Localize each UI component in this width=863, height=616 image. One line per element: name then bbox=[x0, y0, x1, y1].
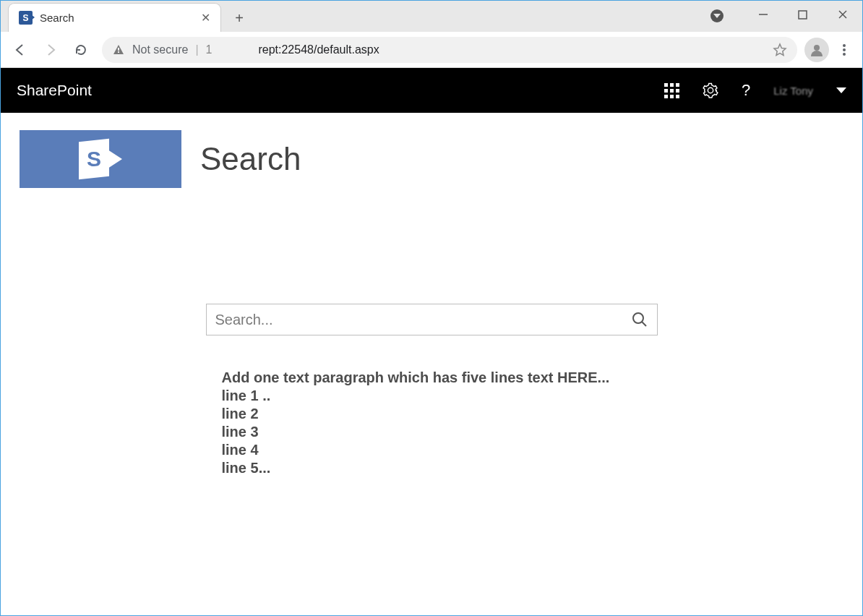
extension-badge-icon[interactable] bbox=[710, 9, 724, 22]
paragraph-line: line 5... bbox=[222, 459, 658, 477]
app-launcher-icon[interactable] bbox=[664, 83, 679, 98]
tab-favicon-icon: S bbox=[19, 11, 33, 25]
maximize-button[interactable] bbox=[783, 1, 823, 28]
user-name-label: Liz Tony bbox=[773, 85, 813, 97]
svg-rect-1 bbox=[799, 11, 807, 19]
sharepoint-logo-arrow-icon bbox=[108, 150, 122, 168]
not-secure-icon bbox=[112, 43, 125, 56]
browser-toolbar: Not secure | 1 rept:22548/default.aspx bbox=[1, 32, 862, 68]
svg-point-7 bbox=[843, 44, 846, 47]
page-title: Search bbox=[200, 141, 301, 177]
security-label: Not secure bbox=[132, 43, 188, 56]
reload-button[interactable] bbox=[67, 36, 95, 64]
paragraph-line: line 4 bbox=[222, 441, 658, 459]
instruction-paragraph: Add one text paragraph which has five li… bbox=[222, 369, 658, 477]
svg-rect-4 bbox=[118, 48, 119, 51]
browser-tab[interactable]: S Search ✕ bbox=[8, 3, 221, 32]
browser-titlebar: S Search ✕ + bbox=[1, 1, 862, 32]
close-tab-icon[interactable]: ✕ bbox=[199, 11, 212, 25]
paragraph-heading: Add one text paragraph which has five li… bbox=[222, 369, 658, 387]
profile-avatar-icon[interactable] bbox=[804, 38, 829, 62]
paragraph-line: line 1 .. bbox=[222, 387, 658, 405]
svg-point-6 bbox=[814, 45, 820, 51]
settings-gear-icon[interactable] bbox=[703, 82, 718, 98]
page-hero: S Search bbox=[20, 130, 843, 188]
site-logo[interactable]: S bbox=[20, 130, 181, 188]
minimize-button[interactable] bbox=[743, 1, 783, 28]
browser-menu-icon[interactable] bbox=[832, 38, 856, 62]
sharepoint-brand[interactable]: SharePoint bbox=[17, 82, 92, 99]
separator: | bbox=[195, 43, 198, 56]
svg-point-10 bbox=[633, 313, 643, 323]
paragraph-line: line 2 bbox=[222, 405, 658, 423]
help-button[interactable]: ? bbox=[742, 81, 750, 100]
search-box[interactable] bbox=[206, 304, 658, 335]
url-display: rept:22548/default.aspx bbox=[258, 43, 379, 56]
address-bar[interactable]: Not secure | 1 rept:22548/default.aspx bbox=[102, 37, 797, 63]
sharepoint-logo-icon: S bbox=[79, 139, 109, 179]
tab-title: Search bbox=[40, 12, 199, 24]
paragraph-line: line 3 bbox=[222, 423, 658, 441]
window-controls bbox=[743, 1, 862, 28]
search-icon[interactable] bbox=[631, 311, 648, 328]
forward-button[interactable] bbox=[37, 36, 64, 64]
user-menu-caret-icon[interactable] bbox=[836, 87, 846, 93]
sharepoint-header: SharePoint ? Liz Tony bbox=[1, 68, 862, 113]
page-body: S Search Add one text paragraph which ha… bbox=[1, 113, 862, 495]
close-window-button[interactable] bbox=[823, 1, 862, 28]
svg-point-9 bbox=[843, 53, 846, 56]
svg-point-8 bbox=[843, 48, 846, 51]
back-button[interactable] bbox=[7, 36, 34, 64]
bookmark-star-icon[interactable] bbox=[773, 43, 787, 57]
svg-rect-5 bbox=[118, 51, 119, 53]
svg-line-11 bbox=[642, 322, 646, 326]
new-tab-button[interactable]: + bbox=[228, 7, 250, 29]
url-prefix: 1 bbox=[206, 43, 212, 56]
search-input[interactable] bbox=[215, 312, 631, 328]
